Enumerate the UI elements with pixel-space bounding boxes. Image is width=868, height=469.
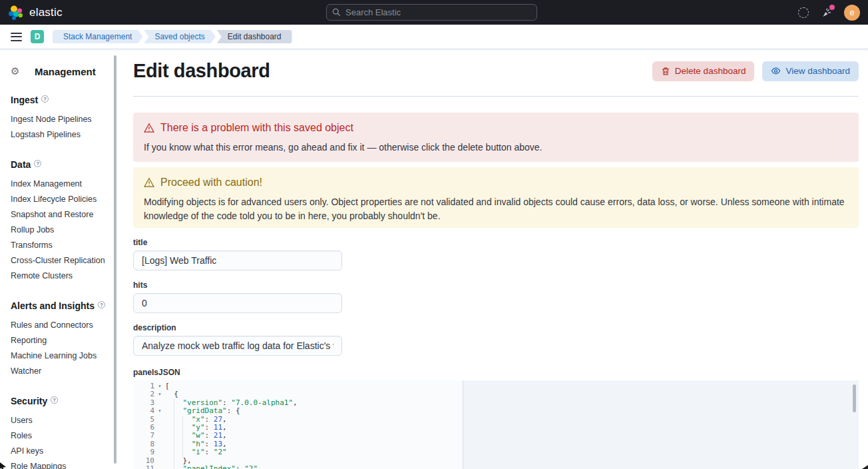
error-callout: There is a problem with this saved objec… <box>133 113 859 162</box>
description-field-label: description <box>133 323 342 332</box>
code-line: 7"w": 21, <box>133 432 859 440</box>
sidebar-item-transforms[interactable]: Transforms <box>11 237 112 252</box>
code-line: 3"version": "7.0.0-alpha1", <box>133 399 859 407</box>
breadcrumb-edit-dashboard: Edit dashboard <box>217 30 292 43</box>
trash-icon <box>661 67 670 76</box>
header-right: e <box>797 0 860 25</box>
delete-dashboard-button[interactable]: Delete dashboard <box>652 61 755 81</box>
warning-callout: Proceed with caution! Modifying objects … <box>133 167 859 228</box>
panelsjson-label: panelsJSON <box>133 368 859 377</box>
code-line: 6"y": 11, <box>133 424 859 432</box>
sidebar-section-ingest: Ingest?Ingest Node PipelinesLogstash Pip… <box>11 95 112 142</box>
notification-dot <box>829 5 835 10</box>
title-field-input[interactable] <box>133 250 342 270</box>
fold-spacer <box>154 399 165 407</box>
sidebar-item-machine-learning-jobs[interactable]: Machine Learning Jobs <box>11 348 112 363</box>
code-text: "version": "7.0.0-alpha1", <box>165 399 859 407</box>
page-title: Edit dashboard <box>133 60 270 82</box>
sidebar-item-logstash-pipelines[interactable]: Logstash Pipelines <box>11 127 112 142</box>
code-line: 1▾[ <box>133 382 859 390</box>
code-text: "h": 13, <box>165 440 859 448</box>
field-description: description <box>133 323 342 356</box>
hits-field-label: hits <box>133 280 342 290</box>
view-dashboard-button[interactable]: View dashboard <box>762 61 859 81</box>
sidebar-item-remote-clusters[interactable]: Remote Clusters <box>11 268 112 283</box>
app-header: elastic e <box>0 0 868 25</box>
title-field-label: title <box>133 238 342 247</box>
user-avatar[interactable]: e <box>844 5 860 21</box>
code-text: "i": "2" <box>165 448 859 456</box>
sidebar-item-users[interactable]: Users <box>11 412 112 428</box>
warning-triangle-icon <box>144 177 154 188</box>
panelsjson-editor[interactable]: 1▾[2▾{3"version": "7.0.0-alpha1",4▾"grid… <box>133 380 859 469</box>
sidebar-scrollbar[interactable] <box>114 55 116 464</box>
sidebar-item-api-keys[interactable]: API keys <box>11 443 112 458</box>
breadcrumb-saved-objects[interactable]: Saved objects <box>144 30 215 43</box>
hits-field-input[interactable] <box>133 293 342 313</box>
fold-toggle-icon[interactable]: ▾ <box>154 390 165 398</box>
elastic-logo-icon <box>8 5 24 21</box>
main-content: Edit dashboard Delete dashboard <box>117 50 868 469</box>
sidebar-item-reporting[interactable]: Reporting <box>11 332 112 348</box>
breadcrumb-stack-management[interactable]: Stack Management <box>53 30 142 43</box>
elastic-logo[interactable]: elastic <box>8 5 63 21</box>
menu-toggle-button[interactable] <box>11 33 22 41</box>
alert-triangle-icon <box>144 123 154 133</box>
search-icon <box>332 8 341 17</box>
field-hits: hits <box>133 280 342 313</box>
sidebar-title: Management <box>35 66 96 77</box>
brand-text: elastic <box>29 6 63 19</box>
code-text: "panelIndex": "2", <box>165 465 859 469</box>
sidebar-section-security: Security?UsersRolesAPI keysRole Mappings <box>11 396 112 469</box>
fold-toggle-icon[interactable]: ▾ <box>154 382 165 390</box>
global-search[interactable] <box>326 4 537 21</box>
sidebar-item-ingest-node-pipelines[interactable]: Ingest Node Pipelines <box>11 111 112 127</box>
code-text: "y": 11, <box>165 424 859 432</box>
sidebar-item-index-management[interactable]: Index Management <box>11 176 112 191</box>
title-divider <box>133 96 859 97</box>
code-line: 4▾"gridData": { <box>133 407 859 415</box>
breadcrumbs: Stack ManagementSaved objectsEdit dashbo… <box>53 30 292 43</box>
sidebar-item-cross-cluster-replication[interactable]: Cross-Cluster Replication <box>11 252 112 268</box>
fold-toggle-icon[interactable]: ▾ <box>154 407 165 415</box>
code-line: 8"h": 13, <box>133 440 859 448</box>
sidebar-item-roles[interactable]: Roles <box>11 428 112 443</box>
sidebar-section-title: Security? <box>11 396 112 406</box>
sidebar-item-snapshot-and-restore[interactable]: Snapshot and Restore <box>11 207 112 222</box>
fold-spacer <box>154 440 165 448</box>
sidebar-nav: Ingest?Ingest Node PipelinesLogstash Pip… <box>11 95 112 469</box>
gear-icon: ⚙ <box>11 65 21 77</box>
sidebar-item-index-lifecycle-policies[interactable]: Index Lifecycle Policies <box>11 191 112 207</box>
search-input[interactable] <box>345 7 531 17</box>
deployment-button[interactable] <box>797 7 809 19</box>
line-number: 4 <box>133 407 154 415</box>
field-title: title <box>133 238 342 270</box>
editor-scrollbar[interactable] <box>853 384 856 412</box>
sidebar-section-data: Data?Index ManagementIndex Lifecycle Pol… <box>11 159 112 283</box>
code-line: 11"panelIndex": "2", <box>133 465 859 469</box>
sidebar-item-role-mappings[interactable]: Role Mappings <box>11 458 112 469</box>
fold-spacer <box>154 457 165 465</box>
sidebar-item-watcher[interactable]: Watcher <box>11 363 112 378</box>
help-icon: ? <box>51 396 58 404</box>
fold-spacer <box>154 424 165 432</box>
sidebar-section-title: Ingest? <box>11 95 112 105</box>
sidebar-item-rollup-jobs[interactable]: Rollup Jobs <box>11 222 112 237</box>
help-icon: ? <box>98 301 105 308</box>
fold-spacer <box>154 432 165 440</box>
newsfeed-button[interactable] <box>821 7 833 19</box>
line-number: 2 <box>133 390 154 398</box>
deployment-icon <box>798 7 809 18</box>
code-line: 9"i": "2" <box>133 448 859 456</box>
space-badge[interactable]: D <box>31 30 44 43</box>
help-icon: ? <box>41 95 49 103</box>
fold-spacer <box>154 416 165 424</box>
code-text: }, <box>165 457 859 465</box>
sidebar-section-title: Alerts and Insights? <box>11 300 112 311</box>
sidebar-item-rules-and-connectors[interactable]: Rules and Connectors <box>11 317 112 332</box>
code-text: "x": 27, <box>165 416 859 424</box>
fold-spacer <box>154 465 165 469</box>
description-field-input[interactable] <box>133 336 342 356</box>
code-text: "gridData": { <box>165 407 859 415</box>
code-text: [ <box>165 382 859 390</box>
